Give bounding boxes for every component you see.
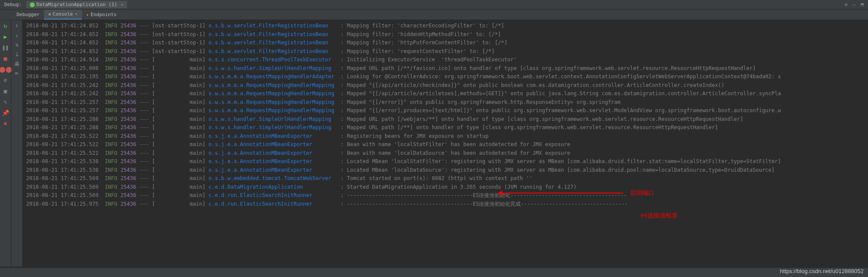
- run-config-tab[interactable]: ⬤ DataMigrationApplication (1) ×: [26, 1, 127, 8]
- log-line: 2018-08-21 17:41:24.914 INFO 25436 --- […: [26, 56, 865, 64]
- up-stack-icon[interactable]: ↑: [15, 23, 18, 29]
- log-line: 2018-08-21 17:41:25.522 INFO 25436 --- […: [26, 140, 865, 149]
- annotation-port: 启动端口: [630, 189, 654, 197]
- main-area: ↻ ▶ ❚❚ ■ ⬤⬤ ⊘ ▣ ✎ 📌 ✖ ↑ ↓ ⇅ ⤓ 🖶 ⌦ 启动端口 e…: [0, 20, 868, 267]
- log-line: 2018-08-21 17:41:25.242 INFO 25436 --- […: [26, 81, 865, 90]
- log-line: 2018-08-21 17:41:25.538 INFO 25436 --- […: [26, 157, 865, 166]
- pause-icon[interactable]: ❚❚: [2, 44, 9, 51]
- pin2-icon[interactable]: 📌: [2, 110, 9, 116]
- console-action-gutter: ↑ ↓ ⇅ ⤓ 🖶 ⌦: [11, 20, 23, 267]
- log-line: 2018-08-21 17:41:25.195 INFO 25436 --- […: [26, 73, 865, 81]
- log-line: 2018-08-21 17:41:25.975 INFO 25436 --- […: [26, 200, 865, 209]
- settings2-icon[interactable]: ✎: [4, 99, 7, 105]
- breakpoints-icon[interactable]: ⬤⬤: [0, 66, 12, 73]
- debug-label: Debug:: [2, 2, 24, 7]
- log-line: 2018-08-21 17:41:25.522 INFO 25436 --- […: [26, 149, 865, 158]
- resume-icon[interactable]: ▶: [4, 33, 7, 40]
- annotation-arrow: [501, 193, 623, 194]
- debug-action-gutter: ↻ ▶ ❚❚ ■ ⬤⬤ ⊘ ▣ ✎ 📌 ✖: [0, 20, 11, 267]
- log-line: 2018-08-21 17:41:25.522 INFO 25436 --- […: [26, 132, 865, 141]
- log-line: 2018-08-21 17:41:25.569 INFO 25436 --- […: [26, 183, 865, 192]
- console-output[interactable]: 启动端口 es连接池检查 2018-08-21 17:41:24.852 INF…: [23, 20, 868, 267]
- close-tab-icon[interactable]: ×: [121, 2, 124, 7]
- layout-icon[interactable]: ▣: [4, 88, 7, 94]
- console-icon: ≡: [48, 12, 51, 17]
- bug-icon: ⬤: [30, 2, 35, 7]
- endpoints-icon: ✦: [86, 12, 89, 17]
- tab-debugger[interactable]: Debugger: [12, 10, 44, 19]
- stop-icon[interactable]: ■: [4, 55, 7, 62]
- debug-tabs-bar: Debugger ≡ Console ▾ ✦ Endpoints: [0, 10, 868, 20]
- annotation-es: es连接池检查: [641, 211, 678, 220]
- log-line: 2018-08-21 17:41:25.242 INFO 25436 --- […: [26, 90, 865, 98]
- log-line: 2018-08-21 17:41:25.288 INFO 25436 --- […: [26, 115, 865, 124]
- clear-icon[interactable]: ⌦: [15, 70, 18, 77]
- wrap-icon[interactable]: ⇅: [15, 42, 18, 48]
- print-icon[interactable]: 🖶: [14, 61, 20, 67]
- log-line: 2018-08-21 17:41:25.257 INFO 25436 --- […: [26, 98, 865, 107]
- close-icon[interactable]: ✖: [4, 120, 7, 127]
- log-line: 2018-08-21 17:41:24.852 INFO 25436 --- […: [26, 47, 865, 56]
- mute-breakpoints-icon[interactable]: ⊘: [4, 77, 7, 83]
- log-line: 2018-08-21 17:41:24.852 INFO 25436 --- […: [26, 22, 865, 30]
- log-line: 2018-08-21 17:41:24.852 INFO 25436 --- […: [26, 39, 865, 47]
- top-right-controls: ⚙ — ⬒: [844, 2, 868, 7]
- log-line: 2018-08-21 17:41:25.569 INFO 25436 --- […: [26, 174, 865, 183]
- minimize-icon[interactable]: —: [853, 2, 856, 7]
- tab-endpoints[interactable]: ✦ Endpoints: [82, 10, 121, 19]
- log-line: 2018-08-21 17:41:25.008 INFO 25436 --- […: [26, 64, 865, 73]
- scroll-end-icon[interactable]: ⤓: [15, 51, 19, 57]
- log-line: 2018-08-21 17:41:25.257 INFO 25436 --- […: [26, 107, 865, 115]
- bottom-bar: [0, 267, 868, 277]
- pin-icon[interactable]: ⬒: [861, 2, 864, 7]
- tab-console[interactable]: ≡ Console ▾: [44, 10, 82, 20]
- watermark: https://blog.csdn.net/u012888052: [780, 268, 864, 274]
- debug-top-bar: Debug: ⬤ DataMigrationApplication (1) × …: [0, 0, 868, 10]
- settings-icon[interactable]: ⚙: [844, 2, 848, 7]
- rerun-icon[interactable]: ↻: [4, 23, 7, 29]
- run-config-name: DataMigrationApplication (1): [37, 2, 117, 7]
- console-dropdown-icon[interactable]: ▾: [74, 11, 77, 17]
- log-line: 2018-08-21 17:41:25.569 INFO 25436 --- […: [26, 191, 865, 200]
- down-stack-icon[interactable]: ↓: [15, 32, 18, 38]
- log-line: 2018-08-21 17:41:25.538 INFO 25436 --- […: [26, 166, 865, 175]
- log-line: 2018-08-21 17:41:25.288 INFO 25436 --- […: [26, 123, 865, 132]
- log-line: 2018-08-21 17:41:24.852 INFO 25436 --- […: [26, 30, 865, 39]
